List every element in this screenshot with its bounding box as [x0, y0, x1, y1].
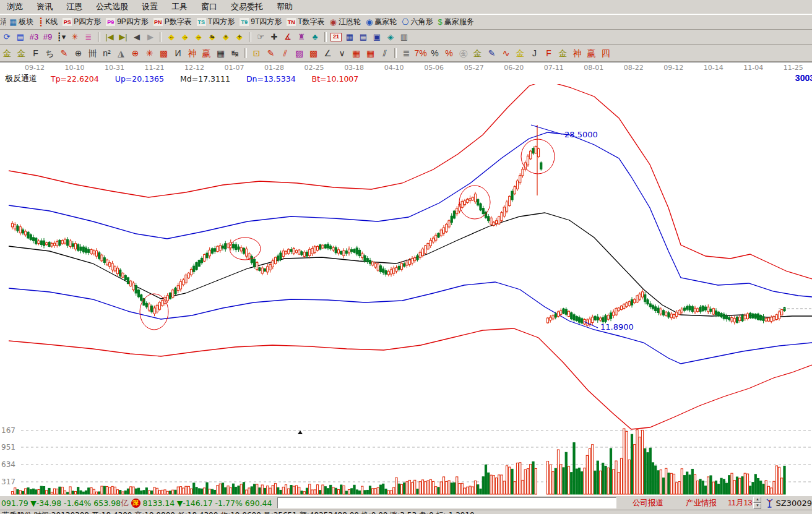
company-news-link[interactable]: 公司报道 [633, 498, 663, 508]
status-input-box[interactable] [277, 497, 617, 508]
gann-tool-1-3-icon[interactable]: ▨ [292, 47, 306, 59]
gann-tool-2-3-icon[interactable]: % [442, 47, 456, 59]
gann-tool-2-10-icon[interactable]: F [542, 47, 556, 59]
gann-tool-0-8-icon[interactable]: ◮ [114, 47, 128, 59]
tool-1-0-icon[interactable]: |◀ [103, 32, 116, 43]
gann-tool-1-7-icon[interactable]: ▦ [349, 47, 363, 59]
gann-tool-1-9-icon[interactable]: ⫽ [378, 47, 392, 59]
gann-tool-2-12-icon[interactable]: 神 [570, 47, 584, 59]
industry-info-link[interactable]: 产业情报 [686, 498, 717, 508]
kline-button[interactable]: ┋K线 [38, 17, 58, 27]
gann-tool-1-2-icon[interactable]: ⫽ [278, 47, 292, 59]
menu-item-交易委托[interactable]: 交易委托 [224, 0, 270, 14]
gann-tool-2-2-icon[interactable]: % [428, 47, 442, 59]
tool-0-3-icon[interactable]: #9 [41, 32, 54, 43]
tool-4-5-icon[interactable]: ▥ [397, 32, 411, 43]
gann-wheel-button[interactable]: ◉江恩轮 [330, 17, 361, 27]
hexagon-icon: ⎔ [402, 18, 408, 26]
candlestick-chart[interactable]: 16795163431728.500011.8900 [0, 84, 812, 495]
gann-tool-2-14-icon[interactable]: 四 [598, 47, 613, 59]
sz-index-change: ▼-146.17 -1.77% 690.44 [177, 499, 272, 508]
tool-2-5-icon[interactable]: ◆✛ [233, 32, 246, 43]
tool-0-5-icon[interactable]: ✳ [68, 32, 82, 43]
gann-tool-2-4-icon[interactable]: ㊎ [456, 47, 470, 59]
tool-2-2-icon[interactable]: ◆↔ [192, 32, 205, 43]
tool-2-1-icon[interactable]: ◆→ [178, 32, 192, 43]
gann-tool-0-1-icon[interactable]: 金 [14, 47, 28, 59]
tool-4-2-icon[interactable]: ▤ [356, 32, 370, 43]
tool-0-0-icon[interactable]: ⟳ [0, 32, 14, 43]
gann-tool-2-1-icon[interactable]: 7% [413, 47, 428, 59]
gann-tool-2-5-icon[interactable]: 金 [470, 47, 485, 59]
gann-tool-2-7-icon[interactable]: ∿ [499, 47, 513, 59]
gann-tool-1-4-icon[interactable]: ▩ [306, 47, 321, 59]
tool-4-3-icon[interactable]: ▣ [370, 32, 384, 43]
tool-4-1-icon[interactable]: ▦ [343, 32, 356, 43]
menu-item-窗口[interactable]: 窗口 [194, 0, 224, 14]
tool-3-2-icon[interactable]: ∡ [281, 32, 295, 43]
gann-wheel-icon: ◉ [330, 18, 337, 26]
gann-tool-0-12-icon[interactable]: И [171, 47, 185, 59]
sector-blocks-button[interactable]: ▦板块 [9, 17, 33, 27]
gann-tool-0-9-icon[interactable]: ⊕ [128, 47, 142, 59]
gann-tool-0-5-icon[interactable]: ⊕ [71, 47, 85, 59]
gann-tool-1-8-icon[interactable]: ▦ [363, 47, 378, 59]
t-square-button[interactable]: TST四方形 [197, 17, 235, 27]
gann-tool-0-6-icon[interactable]: 卌 [85, 47, 100, 59]
t9-square-button[interactable]: T99T四方形 [240, 17, 282, 27]
gann-tool-0-10-icon[interactable]: ✳ [142, 47, 157, 59]
menu-item-浏览[interactable]: 浏览 [0, 0, 30, 14]
gann-tool-1-5-icon[interactable]: ∠ [321, 47, 335, 59]
gann-tool-1-0-icon[interactable]: ⊡ [249, 47, 264, 59]
gann-tool-2-6-icon[interactable]: ✎ [485, 47, 499, 59]
p-square-button[interactable]: PSP四方形 [63, 17, 101, 27]
gann-tool-2-11-icon[interactable]: 金 [556, 47, 570, 59]
winner-service-button[interactable]: $赢家服务 [438, 17, 474, 27]
tool-2-3-icon[interactable]: ◆↹ [205, 32, 219, 43]
gann-tool-0-14-icon[interactable]: 赢 [199, 47, 214, 59]
p9-square-button[interactable]: P99P四方形 [106, 17, 149, 27]
p-number-button[interactable]: PNP数字表 [153, 17, 192, 27]
gann-tool-0-16-icon[interactable]: ↹ [228, 47, 242, 59]
gann-tool-2-0-icon[interactable]: ≣ [399, 47, 413, 59]
tool-0-6-icon[interactable]: ≣ [82, 32, 95, 43]
hexagon-button[interactable]: ⎔六角形 [402, 17, 433, 27]
gann-tool-0-13-icon[interactable]: 神 [185, 47, 199, 59]
tool-1-2-icon[interactable]: ◀ [130, 32, 144, 43]
gann-tool-0-7-icon[interactable]: n² [100, 47, 114, 59]
winner-wheel-button[interactable]: ◉赢家轮 [366, 17, 397, 27]
tool-3-0-icon[interactable]: ☞ [254, 32, 267, 43]
menu-item-公式选股[interactable]: 公式选股 [89, 0, 135, 14]
tool-0-1-icon[interactable]: ▤ [14, 32, 27, 43]
gann-tool-0-2-icon[interactable]: F [28, 47, 43, 59]
main-chart[interactable]: 16795163431728.500011.8900 [0, 84, 812, 495]
menu-item-设置[interactable]: 设置 [135, 0, 165, 14]
tool-0-4-icon[interactable]: ┋▾ [54, 32, 68, 43]
tool-2-4-icon[interactable]: ◆✳ [219, 32, 233, 43]
gann-tool-2-8-icon[interactable]: 金 [513, 47, 527, 59]
gann-tool-0-11-icon[interactable]: ▩ [157, 47, 171, 59]
gann-tool-2-9-icon[interactable]: J [527, 47, 542, 59]
gann-tool-0-3-icon[interactable]: ち [43, 47, 57, 59]
tool-1-3-icon[interactable]: ▶ [144, 32, 157, 43]
menu-item-工具[interactable]: 工具 [165, 0, 194, 14]
menu-item-江恩[interactable]: 江恩 [59, 0, 89, 14]
gann-tool-2-13-icon[interactable]: 赢 [584, 47, 598, 59]
gann-tool-0-0-icon[interactable]: 金 [0, 47, 14, 59]
gann-tool-1-6-icon[interactable]: ∨ [335, 47, 349, 59]
t-number-button[interactable]: TNT数字表 [287, 17, 324, 27]
tool-4-4-icon[interactable]: ◈ [384, 32, 397, 43]
tool-3-3-icon[interactable]: ♜ [295, 32, 308, 43]
tool-1-1-icon[interactable]: ▶| [116, 32, 130, 43]
gann-tool-1-1-icon[interactable]: ✎ [264, 47, 278, 59]
gann-tool-0-4-icon[interactable]: ✎ [57, 47, 71, 59]
menu-item-帮助[interactable]: 帮助 [270, 0, 300, 14]
menu-item-资讯[interactable]: 资讯 [30, 0, 59, 14]
tool-3-1-icon[interactable]: ✚ [267, 32, 281, 43]
date-spinner[interactable]: ▲▼ [753, 497, 761, 509]
tool-0-2-icon[interactable]: #3 [27, 32, 41, 43]
gann-tool-0-15-icon[interactable]: ▦ [214, 47, 228, 59]
tool-2-0-icon[interactable]: ◆← [165, 32, 178, 43]
tool-3-4-icon[interactable]: ♣ [308, 32, 322, 43]
tool-4-0-icon[interactable]: 21 [329, 32, 343, 43]
